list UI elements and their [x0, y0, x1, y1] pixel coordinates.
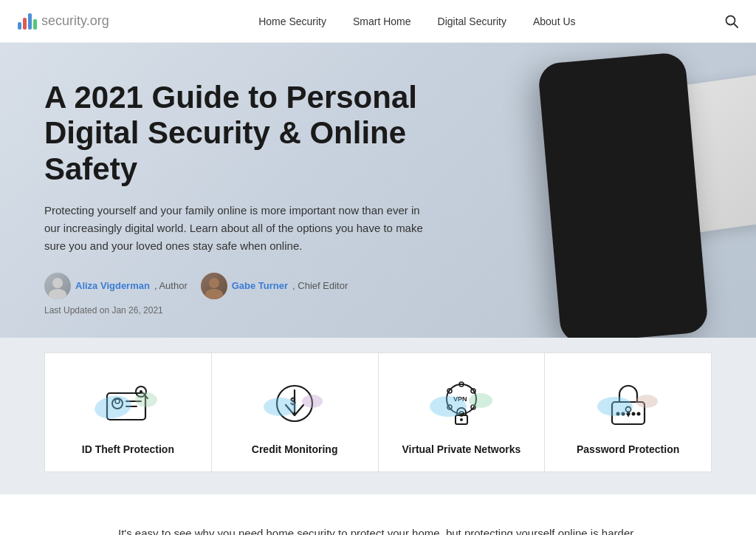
- card-password-protection[interactable]: Password Protection: [544, 352, 712, 472]
- svg-point-3: [49, 289, 66, 299]
- card-id-theft-label: ID Theft Protection: [82, 443, 174, 455]
- password-protection-icon: [599, 374, 658, 433]
- author2-role: , Chief Editor: [292, 280, 348, 291]
- svg-point-28: [460, 418, 463, 421]
- card-credit-monitoring[interactable]: $ Credit Monitoring: [211, 352, 378, 472]
- vpn-icon: VPN: [432, 374, 491, 433]
- author2-avatar: [201, 273, 227, 299]
- nav-links: Home Security Smart Home Digital Securit…: [258, 15, 575, 28]
- body-text: It's easy to see why you need home secur…: [118, 524, 638, 535]
- authors-row: Aliza Vigderman , Author Gabe Turner , C…: [44, 273, 444, 299]
- svg-line-1: [734, 24, 738, 27]
- logo-text: security.org: [41, 13, 109, 29]
- hero-content: A 2021 Guide to Personal Digital Securit…: [44, 80, 444, 316]
- last-updated: Last Updated on Jan 26, 2021: [44, 305, 444, 316]
- id-theft-icon: [98, 374, 157, 433]
- author1: Aliza Vigderman , Author: [44, 273, 188, 299]
- navbar: security.org Home Security Smart Home Di…: [0, 0, 756, 43]
- phone-decoration: [537, 52, 709, 338]
- cards-row: ID Theft Protection $ Credit Mon: [44, 338, 712, 472]
- logo[interactable]: security.org: [18, 13, 109, 30]
- logo-bars-icon: [18, 13, 37, 30]
- credit-monitoring-icon: $: [265, 374, 324, 433]
- svg-point-33: [631, 412, 635, 415]
- author1-link[interactable]: Aliza Vigderman: [75, 280, 150, 291]
- author1-role: , Author: [154, 280, 188, 291]
- body-section: It's easy to see why you need home secur…: [0, 494, 756, 535]
- cards-section: ID Theft Protection $ Credit Mon: [0, 338, 756, 494]
- hero-subtitle: Protecting yourself and your family onli…: [44, 202, 428, 255]
- nav-item-digital-security[interactable]: Digital Security: [438, 15, 506, 28]
- author2-link[interactable]: Gabe Turner: [232, 280, 288, 291]
- svg-point-2: [52, 278, 63, 288]
- card-credit-monitoring-label: Credit Monitoring: [252, 443, 338, 455]
- hero-title: A 2021 Guide to Personal Digital Securit…: [44, 80, 444, 187]
- svg-point-5: [205, 289, 223, 299]
- card-id-theft[interactable]: ID Theft Protection: [44, 352, 211, 472]
- author2: Gabe Turner , Chief Editor: [201, 273, 348, 299]
- svg-point-4: [209, 278, 219, 288]
- search-icon[interactable]: [725, 15, 738, 28]
- card-password-label: Password Protection: [577, 443, 679, 455]
- nav-item-home-security[interactable]: Home Security: [258, 15, 326, 28]
- nav-item-about-us[interactable]: About Us: [533, 15, 576, 28]
- hero-section: A 2021 Guide to Personal Digital Securit…: [0, 43, 756, 338]
- author1-avatar: [44, 273, 71, 299]
- card-vpn[interactable]: VPN Virtual Private Networks: [378, 352, 545, 472]
- svg-point-34: [636, 412, 640, 415]
- nav-item-smart-home[interactable]: Smart Home: [353, 15, 411, 28]
- card-vpn-label: Virtual Private Networks: [402, 443, 520, 455]
